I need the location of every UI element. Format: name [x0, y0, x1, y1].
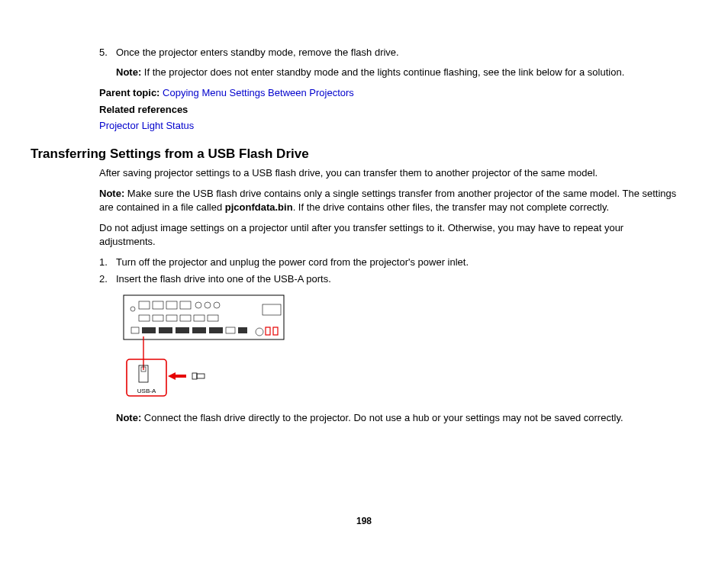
note-label: Note: — [99, 188, 124, 199]
related-references-label: Related references — [99, 103, 697, 117]
note-text: Connect the flash drive directly to the … — [141, 412, 623, 423]
svg-rect-3 — [153, 301, 163, 309]
projector-ports-diagram: USB-A — [116, 294, 697, 401]
svg-rect-9 — [139, 315, 150, 321]
related-references-link[interactable]: Projector Light Status — [99, 120, 194, 131]
step-number: 5. — [99, 46, 116, 60]
svg-rect-17 — [159, 327, 172, 333]
svg-rect-13 — [194, 315, 205, 321]
note-text-b: . If the drive contains other files, the… — [293, 201, 610, 213]
svg-rect-2 — [139, 301, 150, 309]
step-number: 1. — [99, 256, 116, 269]
svg-point-1 — [130, 307, 135, 311]
page-number: 198 — [0, 516, 728, 526]
svg-rect-5 — [180, 301, 191, 309]
svg-point-7 — [205, 302, 211, 308]
list-item-step-5: 5. Once the projector enters standby mod… — [99, 46, 682, 60]
related-references-link-line: Projector Light Status — [99, 119, 697, 133]
references-block: Parent topic: Copying Menu Settings Betw… — [99, 86, 697, 133]
note-block-2: Note: Make sure the USB flash drive cont… — [99, 187, 682, 214]
note-block-1: Note: If the projector does not enter st… — [116, 66, 682, 79]
note-label: Note: — [116, 66, 141, 78]
step-text: Turn off the projector and unplug the po… — [116, 256, 682, 269]
usb-a-label: USB-A — [137, 388, 156, 394]
svg-rect-18 — [176, 327, 189, 333]
svg-rect-26 — [273, 327, 278, 335]
svg-rect-12 — [180, 315, 191, 321]
parent-topic-link[interactable]: Copying Menu Settings Between Projectors — [163, 87, 354, 98]
list-item-step-2: 2. Insert the flash drive into one of th… — [99, 272, 682, 286]
svg-rect-21 — [226, 327, 235, 333]
svg-point-24 — [256, 328, 263, 336]
svg-rect-32 — [192, 373, 197, 379]
svg-rect-22 — [238, 327, 247, 333]
svg-rect-11 — [166, 315, 177, 321]
svg-rect-16 — [142, 327, 156, 333]
svg-rect-14 — [208, 315, 218, 321]
section-heading: Transferring Settings from a USB Flash D… — [31, 146, 697, 162]
svg-rect-10 — [153, 315, 163, 321]
svg-rect-25 — [266, 327, 270, 335]
filename: pjconfdata.bin — [225, 201, 293, 213]
step-text: Once the projector enters standby mode, … — [116, 46, 682, 60]
svg-marker-31 — [168, 372, 186, 380]
svg-rect-20 — [209, 327, 223, 333]
step-text: Insert the flash drive into one of the U… — [116, 272, 682, 286]
svg-rect-4 — [166, 301, 177, 309]
parent-topic-label: Parent topic: — [99, 87, 159, 98]
svg-rect-33 — [197, 374, 205, 378]
intro-paragraph: After saving projector settings to a USB… — [99, 166, 682, 180]
note-label: Note: — [116, 412, 141, 423]
step-number: 2. — [99, 272, 116, 286]
parent-topic-line: Parent topic: Copying Menu Settings Betw… — [99, 86, 697, 100]
svg-point-6 — [195, 302, 201, 308]
note-text: If the projector does not enter standby … — [141, 66, 624, 78]
svg-point-8 — [214, 302, 220, 308]
svg-rect-15 — [131, 327, 139, 333]
svg-rect-19 — [192, 327, 206, 333]
note-block-3: Note: Connect the flash drive directly t… — [116, 411, 682, 425]
list-item-step-1: 1. Turn off the projector and unplug the… — [99, 256, 682, 269]
svg-rect-23 — [263, 304, 281, 315]
warning-paragraph: Do not adjust image settings on a projec… — [99, 221, 682, 248]
